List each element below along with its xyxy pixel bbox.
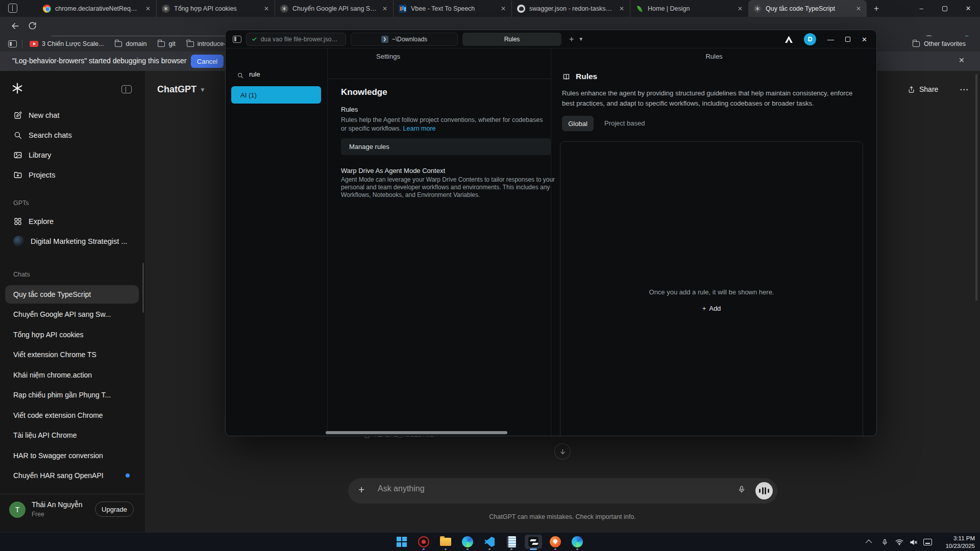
bookmark-folder-domain[interactable]: domain — [115, 40, 146, 47]
warp-tab-dropdown-icon[interactable]: ▼ — [578, 36, 583, 42]
warp-new-tab-icon[interactable]: + — [569, 35, 574, 44]
bookmark-folder-introduce-js[interactable]: introduce-js — [187, 40, 231, 47]
chat-title: Chuyển Google API sang Sw... — [13, 310, 139, 318]
browser-tab-active[interactable]: Quy tắc code TypeScript ✕ — [748, 0, 867, 17]
chat-item[interactable]: HAR to Swagger conversion — [5, 446, 139, 465]
taskbar-notes-app[interactable] — [503, 535, 520, 549]
other-favorites[interactable]: Other favorites — [913, 36, 966, 52]
upgrade-button[interactable]: Upgrade — [95, 502, 134, 517]
tab-title: Home | Design — [648, 5, 732, 12]
sidebar-scrollbar[interactable] — [142, 263, 144, 313]
infobar-cancel-button[interactable]: Cancel — [191, 55, 224, 68]
browser-tab[interactable]: swagger.json - redon-tasks [GitH ✕ — [511, 0, 630, 17]
taskbar-edge-2[interactable] — [569, 535, 586, 549]
tab-close-icon[interactable]: ✕ — [262, 5, 271, 12]
share-button[interactable]: Share — [908, 85, 938, 93]
model-switcher[interactable]: ChatGPT ▼ — [157, 84, 206, 95]
attach-plus-icon[interactable]: + — [358, 484, 364, 496]
taskbar-app-flame[interactable] — [547, 535, 564, 549]
sidebar-item-new-chat[interactable]: New chat — [4, 106, 138, 125]
warp-account-avatar[interactable]: D — [804, 33, 816, 45]
voice-mode-button[interactable] — [755, 482, 773, 499]
back-button[interactable] — [10, 21, 20, 31]
infobar-close-icon[interactable]: ✕ — [959, 56, 965, 64]
chat-item[interactable]: Viết extension Chrome TS — [5, 345, 139, 364]
section-divider — [327, 79, 551, 79]
taskbar-edge[interactable] — [459, 535, 476, 549]
warp-horizontal-scrollbar[interactable] — [326, 431, 507, 434]
chat-item[interactable]: Viết code extension Chrome — [5, 406, 139, 424]
warp-minimize-icon[interactable]: — — [827, 36, 834, 43]
browser-tab[interactable]: Vbee - Text To Speech ✕ — [393, 0, 511, 17]
tray-volume-muted[interactable] — [910, 533, 918, 551]
new-tab-button[interactable]: + — [871, 3, 882, 14]
warp-sidebar-toggle-icon[interactable] — [233, 36, 241, 43]
browser-tab[interactable]: Home | Design ✕ — [630, 0, 748, 17]
search-icon — [13, 131, 22, 140]
sidebar-toggle-icon[interactable] — [121, 85, 132, 93]
tab-close-icon[interactable]: ✕ — [736, 5, 744, 12]
minimize-button[interactable]: – — [910, 0, 933, 17]
message-input[interactable] — [378, 484, 684, 493]
clock-time: 3:11 PM — [945, 535, 975, 542]
sidebar-item-search-chats[interactable]: Search chats — [4, 126, 138, 145]
scroll-to-bottom-button[interactable] — [554, 443, 571, 460]
taskbar-app-red[interactable] — [415, 535, 432, 549]
taskbar-file-explorer[interactable] — [437, 535, 454, 549]
manage-rules-button[interactable]: Manage rules — [341, 138, 551, 155]
mic-icon[interactable] — [738, 485, 746, 493]
warp-tab-label: dua vao file file-brower.json va — [261, 36, 340, 43]
restore-button[interactable] — [933, 0, 957, 17]
tab-global[interactable]: Global — [562, 116, 594, 131]
browser-tab[interactable]: chrome.declarativeNetRequest ✕ — [38, 0, 156, 17]
close-button[interactable]: ✕ — [957, 0, 980, 17]
start-button[interactable] — [393, 535, 410, 549]
chat-title: Tài liệu API Chrome — [13, 431, 139, 439]
tab-close-icon[interactable]: ✕ — [381, 5, 389, 12]
sidebar-item-projects[interactable]: Projects — [4, 165, 138, 185]
warp-tab-downloads[interactable]: ❯ ~\Downloads — [351, 33, 458, 46]
tray-mic[interactable] — [881, 533, 888, 551]
conversation-menu-icon[interactable]: ⋯ — [960, 84, 969, 95]
chevron-up-icon — [866, 540, 872, 546]
chat-item[interactable]: Khái niệm chrome.action — [5, 366, 139, 384]
tray-wifi[interactable] — [895, 533, 903, 551]
bookmarks-sidebar-icon[interactable] — [8, 40, 17, 47]
sidebar-item-gpt[interactable]: Digital Marketing Strategist ... — [4, 232, 138, 251]
chatgpt-logo-icon[interactable] — [11, 82, 23, 94]
chat-item[interactable]: Chuyển Google API sang Sw... — [5, 305, 139, 323]
chat-item[interactable]: Rạp chiếu phim gần Phụng T... — [5, 386, 139, 404]
tab-search-icon[interactable] — [8, 4, 17, 13]
warp-maximize-icon[interactable] — [845, 37, 850, 42]
learn-more-link[interactable]: Learn more — [403, 125, 436, 132]
tab-close-icon[interactable]: ✕ — [499, 5, 507, 12]
tray-keyboard[interactable] — [923, 533, 932, 551]
warp-close-icon[interactable]: ✕ — [862, 36, 867, 43]
browser-tab[interactable]: Tổng hợp API cookies ✕ — [156, 0, 275, 17]
tab-close-icon[interactable]: ✕ — [854, 5, 863, 12]
chat-item[interactable]: Tài liệu API Chrome — [5, 426, 139, 444]
search-result-ai[interactable]: AI (1) — [231, 86, 321, 104]
chat-item-active[interactable]: Quy tắc code TypeScript — [5, 285, 139, 304]
profile-row[interactable]: T Thái An Nguyễn Free Upgrade — [0, 494, 145, 528]
sidebar-item-explore-gpts[interactable]: Explore — [4, 212, 138, 231]
chat-item[interactable]: Tổng hợp API cookies — [5, 325, 139, 344]
settings-search-input[interactable] — [249, 70, 315, 78]
tab-close-icon[interactable]: ✕ — [618, 5, 626, 12]
refresh-button[interactable] — [28, 21, 37, 31]
taskbar-vscode[interactable] — [481, 535, 498, 549]
taskbar-warp-active[interactable] — [525, 535, 542, 549]
bookmark-youtube[interactable]: 3 Chiến Lược Scale... — [30, 40, 104, 47]
tab-close-icon[interactable]: ✕ — [144, 5, 152, 12]
tab-project-based[interactable]: Project based — [604, 119, 645, 127]
taskbar-clock[interactable]: 3:11 PM 10/23/2025 — [945, 535, 975, 549]
warp-tab-file[interactable]: dua vao file file-brower.json va — [246, 33, 346, 46]
page-scrollbar[interactable] — [975, 74, 977, 301]
add-rule-button[interactable]: + Add — [560, 305, 863, 312]
tray-expand-button[interactable] — [867, 533, 872, 551]
warp-tab-rules-active[interactable]: Rules — [462, 33, 561, 46]
sidebar-item-library[interactable]: Library — [4, 145, 138, 165]
bookmark-folder-git[interactable]: git — [158, 40, 175, 47]
chat-item[interactable]: Chuyển HAR sang OpenAPI — [5, 466, 139, 485]
browser-tab[interactable]: Chuyển Google API sang Swagge ✕ — [275, 0, 393, 17]
